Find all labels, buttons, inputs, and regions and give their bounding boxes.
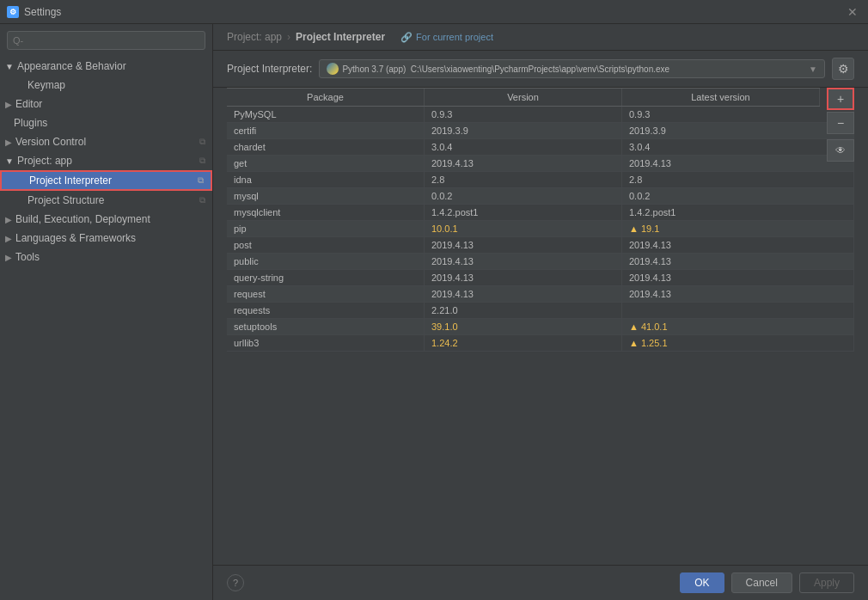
footer-right: OK Cancel Apply <box>680 572 854 593</box>
package-name: query-string <box>227 270 425 285</box>
sidebar-item-project-structure[interactable]: Project Structure ⧉ <box>0 191 212 210</box>
sidebar-item-project-app[interactable]: ▼ Project: app ⧉ <box>0 151 212 170</box>
package-version: 1.4.2.post1 <box>425 205 622 220</box>
table-row[interactable]: mysql0.0.20.0.2 <box>227 188 854 205</box>
footer-left: ? <box>227 574 244 591</box>
table-row[interactable]: post2019.4.132019.4.13 <box>227 237 854 254</box>
package-version: 0.9.3 <box>425 107 622 122</box>
package-name: urllib3 <box>227 335 425 351</box>
search-input[interactable] <box>27 34 199 46</box>
python-icon <box>327 63 339 75</box>
sidebar-item-label: Version Control <box>15 136 86 148</box>
link-icon: 🔗 <box>400 32 413 43</box>
package-table-container: Package Version Latest version + − 👁 PyM… <box>227 88 854 565</box>
table-row[interactable]: requests2.21.0 <box>227 303 854 319</box>
table-row[interactable]: query-string2019.4.132019.4.13 <box>227 270 854 286</box>
chevron-icon: ▶ <box>5 100 12 109</box>
eye-button[interactable]: 👁 <box>827 139 854 162</box>
package-version: 3.0.4 <box>425 139 622 155</box>
package-name: pip <box>227 221 425 236</box>
table-row[interactable]: idna2.82.8 <box>227 172 854 188</box>
package-latest: 0.9.3 <box>622 107 854 122</box>
table-row[interactable]: certifi2019.3.92019.3.9 <box>227 123 854 139</box>
sidebar-item-label: Tools <box>15 251 40 263</box>
package-name: setuptools <box>227 319 425 334</box>
table-row[interactable]: chardet3.0.43.0.4 <box>227 139 854 156</box>
package-name: requests <box>227 303 425 318</box>
package-latest: ▲ 1.25.1 <box>622 335 854 351</box>
package-name: idna <box>227 172 425 187</box>
sidebar-item-label: Languages & Frameworks <box>15 232 136 244</box>
app-icon: ⚙ <box>7 6 19 18</box>
chevron-icon: ▶ <box>5 253 12 262</box>
package-version: 2019.4.13 <box>425 270 622 285</box>
sidebar-item-build-execution[interactable]: ▶ Build, Execution, Deployment <box>0 210 212 229</box>
package-version: 1.24.2 <box>425 335 622 351</box>
table-row[interactable]: PyMySQL0.9.30.9.3 <box>227 107 854 123</box>
package-latest: 2.8 <box>622 172 854 187</box>
sidebar-item-tools[interactable]: ▶ Tools <box>0 248 212 266</box>
package-version: 2019.4.13 <box>425 254 622 269</box>
package-latest: 0.0.2 <box>622 188 854 204</box>
sidebar-item-label: Keymap <box>28 79 65 91</box>
table-row[interactable]: public2019.4.132019.4.13 <box>227 254 854 270</box>
sidebar-item-appearance-behavior[interactable]: ▼ Appearance & Behavior <box>0 57 212 76</box>
remove-package-button[interactable]: − <box>827 112 854 134</box>
titlebar-title: Settings <box>24 6 61 18</box>
close-button[interactable]: ✕ <box>844 3 861 21</box>
content-area: Project: app › Project Interpreter 🔗 For… <box>213 24 868 600</box>
sidebar-item-languages-frameworks[interactable]: ▶ Languages & Frameworks <box>0 229 212 248</box>
chevron-down-icon: ▼ <box>809 64 817 74</box>
col-package: Package <box>227 89 425 106</box>
chevron-icon: ▶ <box>5 234 12 243</box>
sidebar-item-project-interpreter[interactable]: Project Interpreter ⧉ <box>0 170 212 191</box>
sidebar-item-editor[interactable]: ▶ Editor <box>0 95 212 113</box>
sidebar-item-label: Project Structure <box>28 194 104 206</box>
chevron-icon: ▼ <box>5 62 14 71</box>
interpreter-select[interactable]: Python 3.7 (app) C:\Users\xiaowenting\Py… <box>319 59 825 78</box>
table-row[interactable]: setuptools39.1.0▲ 41.0.1 <box>227 319 854 335</box>
package-table-body: PyMySQL0.9.30.9.3certifi2019.3.92019.3.9… <box>227 107 854 565</box>
package-name: public <box>227 254 425 269</box>
package-name: request <box>227 286 425 302</box>
table-row[interactable]: pip10.0.1▲ 19.1 <box>227 221 854 237</box>
package-latest: 2019.4.13 <box>622 156 854 171</box>
sidebar-item-label: Appearance & Behavior <box>17 60 126 72</box>
table-row[interactable]: get2019.4.132019.4.13 <box>227 156 854 172</box>
chevron-icon: ▶ <box>5 138 12 147</box>
search-box[interactable]: Q- <box>7 31 205 50</box>
sidebar-item-keymap[interactable]: Keymap <box>0 76 212 95</box>
package-name: mysql <box>227 188 425 204</box>
titlebar: ⚙ Settings ✕ <box>0 0 868 24</box>
package-latest <box>622 303 854 318</box>
package-latest: 2019.4.13 <box>622 254 854 269</box>
sidebar-item-plugins[interactable]: Plugins <box>0 113 212 132</box>
ok-button[interactable]: OK <box>680 572 724 593</box>
cancel-button[interactable]: Cancel <box>731 572 792 593</box>
col-version: Version <box>425 89 622 106</box>
package-latest: 2019.3.9 <box>622 123 854 138</box>
table-row[interactable]: mysqlclient1.4.2.post11.4.2.post1 <box>227 205 854 221</box>
package-name: mysqlclient <box>227 205 425 220</box>
package-name: get <box>227 156 425 171</box>
package-name: certifi <box>227 123 425 138</box>
table-row[interactable]: request2019.4.132019.4.13 <box>227 286 854 303</box>
sidebar: Q- ▼ Appearance & Behavior Keymap ▶ Edit… <box>0 24 213 600</box>
copy-icon: ⧉ <box>199 156 205 166</box>
interpreter-row: Project Interpreter: Python 3.7 (app) C:… <box>213 51 868 88</box>
help-button[interactable]: ? <box>227 574 244 591</box>
interpreter-select-text: Python 3.7 (app) C:\Users\xiaowenting\Py… <box>327 63 669 75</box>
package-version: 2019.4.13 <box>425 237 622 253</box>
table-side-buttons: + − 👁 <box>827 88 854 163</box>
package-version: 2019.4.13 <box>425 156 622 171</box>
apply-button[interactable]: Apply <box>799 572 854 593</box>
gear-button[interactable]: ⚙ <box>832 58 854 80</box>
table-row[interactable]: urllib31.24.2▲ 1.25.1 <box>227 335 854 352</box>
sidebar-item-label: Project: app <box>17 155 72 167</box>
add-package-button[interactable]: + <box>827 88 854 110</box>
table-header: Package Version Latest version <box>227 88 820 107</box>
package-latest: 3.0.4 <box>622 139 854 155</box>
chevron-icon: ▶ <box>5 215 12 224</box>
sidebar-item-version-control[interactable]: ▶ Version Control ⧉ <box>0 132 212 151</box>
package-version: 39.1.0 <box>425 319 622 334</box>
